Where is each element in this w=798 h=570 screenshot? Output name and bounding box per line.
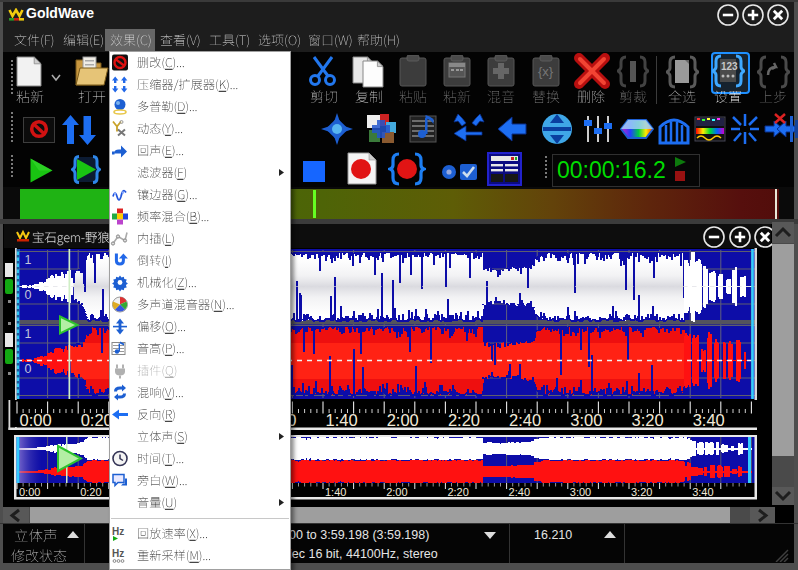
svg-text:Hz: Hz [112,526,124,537]
svg-text:Hz: Hz [112,548,124,559]
